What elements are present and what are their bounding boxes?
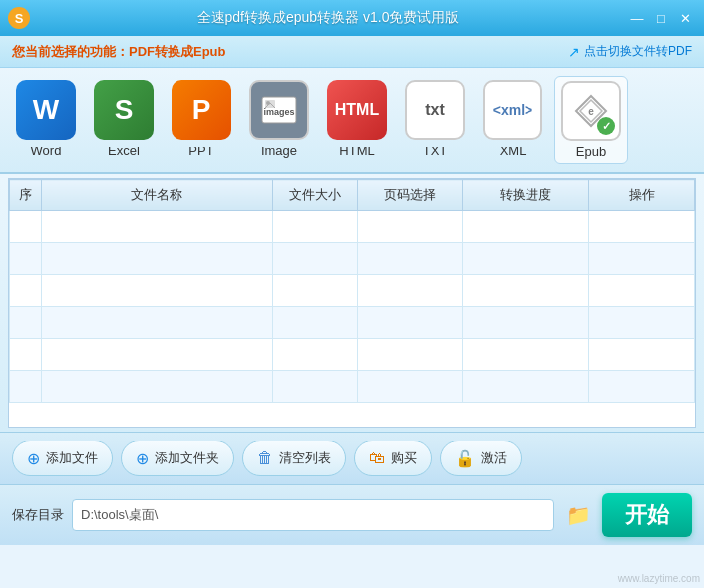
add-folder-label: 添加文件夹 [155,449,219,467]
add-file-label: 添加文件 [46,449,98,467]
switch-label: 点击切换文件转PDF [584,43,692,60]
format-txt[interactable]: txt TXT [399,76,471,164]
table-row [10,211,695,243]
switch-icon: ↗ [568,44,580,60]
current-function-label: 您当前选择的功能：PDF转换成Epub [12,43,226,61]
table-row [10,275,695,307]
ppt-icon: P [172,80,231,140]
toolbar-strip: 您当前选择的功能：PDF转换成Epub ↗ 点击切换文件转PDF [0,36,704,68]
ppt-label: PPT [188,144,213,158]
col-header-seq: 序 [10,180,42,211]
epub-icon: e ✓ [561,81,621,141]
file-table: 序 文件名称 文件大小 页码选择 转换进度 操作 [9,179,695,403]
col-header-page: 页码选择 [357,180,463,211]
table-row [10,307,695,339]
watermark: www.lazytime.com [618,573,700,584]
format-excel[interactable]: S Excel [88,76,160,164]
file-table-wrapper: 序 文件名称 文件大小 页码选择 转换进度 操作 [8,178,696,428]
format-word[interactable]: W Word [10,76,82,164]
save-path-input[interactable] [72,499,554,531]
buy-label: 购买 [391,449,417,467]
window-controls: — □ ✕ [626,8,696,28]
add-folder-button[interactable]: ⊕ 添加文件夹 [121,441,234,476]
word-label: Word [31,144,62,158]
current-mode-text: PDF转换成Epub [129,44,226,59]
minimize-button[interactable]: — [626,8,648,28]
format-xml[interactable]: <xml> XML [477,76,548,164]
start-button[interactable]: 开始 [602,493,692,537]
xml-icon: <xml> [483,80,542,140]
folder-icon: 📁 [566,503,591,527]
browse-folder-button[interactable]: 📁 [562,499,594,531]
format-area: W Word S Excel P PPT images Image HTML [0,68,704,174]
save-row: 保存目录 📁 开始 [0,484,704,545]
close-button[interactable]: ✕ [674,8,696,28]
clear-label: 清空列表 [279,449,331,467]
file-table-body [10,211,695,403]
col-header-size: 文件大小 [273,180,358,211]
titlebar: S 全速pdf转换成epub转换器 v1.0免费试用版 — □ ✕ [0,0,704,36]
table-row [10,339,695,371]
buy-button[interactable]: 🛍 购买 [354,441,432,476]
start-label: 开始 [625,502,669,527]
html-icon: HTML [327,80,387,140]
excel-icon: S [94,80,154,140]
image-label: Image [261,144,297,158]
format-epub[interactable]: e ✓ Epub [554,76,628,164]
word-icon: W [16,80,76,140]
image-icon: images [249,80,309,140]
add-file-button[interactable]: ⊕ 添加文件 [12,441,113,476]
app-title: 全速pdf转换成epub转换器 v1.0免费试用版 [30,9,626,27]
activate-icon: 🔓 [455,449,475,468]
app-logo: S [8,7,30,29]
activate-button[interactable]: 🔓 激活 [440,441,522,476]
add-file-icon: ⊕ [27,449,40,468]
maximize-button[interactable]: □ [650,8,672,28]
epub-label: Epub [576,145,606,159]
buy-icon: 🛍 [369,449,385,467]
logo-text: S [15,11,24,26]
clear-icon: 🗑 [257,449,273,467]
col-header-name: 文件名称 [41,180,273,211]
activate-label: 激活 [481,449,507,467]
action-buttons-bar: ⊕ 添加文件 ⊕ 添加文件夹 🗑 清空列表 🛍 购买 🔓 激活 [0,432,704,484]
svg-text:e: e [588,106,594,117]
clear-list-button[interactable]: 🗑 清空列表 [242,441,346,476]
table-row [10,371,695,403]
switch-button[interactable]: ↗ 点击切换文件转PDF [568,43,692,60]
html-label: HTML [339,144,374,158]
txt-icon: txt [405,80,465,140]
epub-active-check: ✓ [597,117,615,135]
table-row [10,243,695,275]
format-image[interactable]: images Image [243,76,315,164]
svg-text:images: images [263,107,294,117]
col-header-progress: 转换进度 [463,180,589,211]
col-header-action: 操作 [589,180,695,211]
save-label: 保存目录 [12,506,64,524]
file-list-section: 序 文件名称 文件大小 页码选择 转换进度 操作 [0,174,704,432]
format-html[interactable]: HTML HTML [321,76,393,164]
xml-label: XML [500,144,527,158]
format-ppt[interactable]: P PPT [166,76,237,164]
txt-label: TXT [423,144,448,158]
excel-label: Excel [108,144,140,158]
add-folder-icon: ⊕ [136,449,149,468]
